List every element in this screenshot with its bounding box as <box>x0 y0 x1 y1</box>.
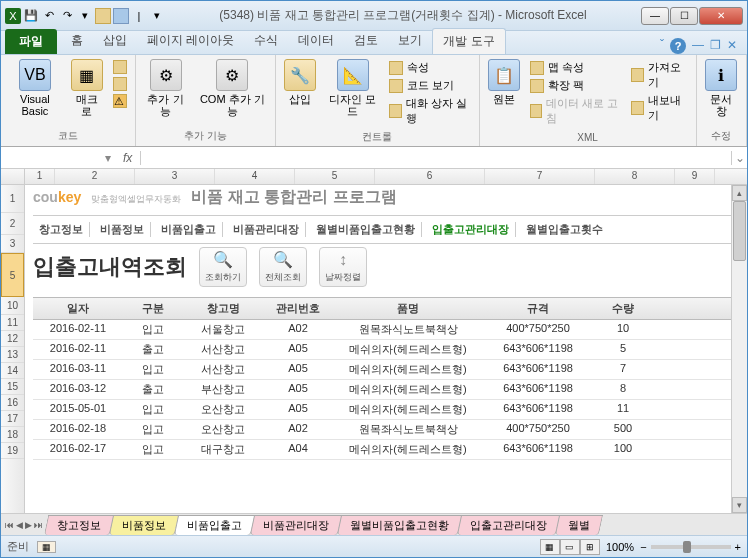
page-layout-view-button[interactable]: ▭ <box>560 539 580 555</box>
zoom-thumb[interactable] <box>683 541 691 553</box>
ribbon-tab[interactable]: 수식 <box>244 28 288 54</box>
column-header[interactable]: 8 <box>595 169 675 184</box>
map-properties-button[interactable]: 맵 속성 <box>528 59 624 76</box>
workbook-close-icon[interactable]: ✕ <box>727 38 737 54</box>
grid-column-header[interactable]: 규격 <box>483 298 593 319</box>
row-header[interactable]: 12 <box>1 331 24 347</box>
qat-custom1-icon[interactable] <box>95 8 111 24</box>
sheet-tab[interactable]: 월별비품입출고현황 <box>337 515 462 535</box>
name-box-dropdown-icon[interactable]: ▾ <box>101 151 115 165</box>
ribbon-tab[interactable]: 홈 <box>61 28 93 54</box>
sheet-tab[interactable]: 월별 <box>555 515 603 535</box>
xml-import-button[interactable]: 가져오기 <box>629 59 689 91</box>
row-header[interactable]: 3 <box>1 235 24 253</box>
row-header[interactable]: 15 <box>1 379 24 395</box>
scroll-thumb[interactable] <box>733 201 746 261</box>
ribbon-tab[interactable]: 개발 도구 <box>432 28 505 54</box>
column-header[interactable]: 3 <box>135 169 215 184</box>
xml-export-button[interactable]: 내보내기 <box>629 92 689 124</box>
table-row[interactable]: 2016-02-17입고대구창고A04메쉬의자(헤드레스트형)643*606*1… <box>33 440 739 460</box>
row-header[interactable]: 16 <box>1 395 24 411</box>
page-break-view-button[interactable]: ⊞ <box>580 539 600 555</box>
grid-column-header[interactable]: 창고명 <box>183 298 263 319</box>
column-header[interactable]: 2 <box>55 169 135 184</box>
nav-item[interactable]: 비품입출고 <box>155 222 223 237</box>
row-header[interactable]: 18 <box>1 427 24 443</box>
close-button[interactable]: ✕ <box>699 7 743 25</box>
macro-security-button[interactable]: ⚠ <box>111 93 129 109</box>
nav-item[interactable]: 월별입출고횟수 <box>520 222 609 237</box>
zoom-level[interactable]: 100% <box>606 541 634 553</box>
grid-column-header[interactable]: 일자 <box>33 298 123 319</box>
row-header[interactable]: 19 <box>1 443 24 459</box>
tab-last-icon[interactable]: ⏭ <box>34 520 43 530</box>
doc-panel-button[interactable]: ℹ 문서 창 <box>703 57 740 119</box>
vertical-scrollbar[interactable]: ▴ ▾ <box>731 185 747 513</box>
grid-column-header[interactable]: 품명 <box>333 298 483 319</box>
tab-prev-icon[interactable]: ◀ <box>16 520 23 530</box>
sheet-content[interactable]: coukey 맞춤형엑셀업무자동화 비품 재고 통합관리 프로그램 창고정보비품… <box>25 185 747 513</box>
fx-button[interactable]: fx <box>115 151 141 165</box>
zoom-out-icon[interactable]: − <box>640 541 646 553</box>
ribbon-tab[interactable]: 삽입 <box>93 28 137 54</box>
macro-indicator-icon[interactable]: ▦ <box>37 541 56 553</box>
row-header[interactable]: 13 <box>1 347 24 363</box>
table-row[interactable]: 2016-02-11입고서울창고A02원목좌식노트북책상400*750*2501… <box>33 320 739 340</box>
sheet-tab[interactable]: 비품관리대장 <box>250 515 342 535</box>
zoom-track[interactable] <box>651 545 731 549</box>
zoom-in-icon[interactable]: + <box>735 541 741 553</box>
scroll-up-icon[interactable]: ▴ <box>732 185 747 201</box>
addins-button[interactable]: ⚙ 추가 기능 <box>142 57 189 119</box>
ribbon-tab[interactable]: 데이터 <box>288 28 344 54</box>
help-icon[interactable]: ? <box>670 38 686 54</box>
sheet-tab[interactable]: 입출고관리대장 <box>457 515 560 535</box>
insert-control-button[interactable]: 🔧 삽입 <box>282 57 318 107</box>
save-icon[interactable]: 💾 <box>23 8 39 24</box>
row-header[interactable]: 17 <box>1 411 24 427</box>
ribbon-toggle-icon[interactable]: ˇ <box>660 38 664 54</box>
maximize-button[interactable]: ☐ <box>670 7 698 25</box>
minimize-button[interactable]: — <box>641 7 669 25</box>
expansion-pack-button[interactable]: 확장 팩 <box>528 77 624 94</box>
row-header[interactable]: 10 <box>1 297 24 315</box>
nav-item[interactable]: 입출고관리대장 <box>426 222 516 237</box>
xml-source-button[interactable]: 📋 원본 <box>486 57 522 107</box>
undo-icon[interactable]: ↶ <box>41 8 57 24</box>
zoom-slider[interactable]: − + <box>640 541 741 553</box>
qat-dropdown2-icon[interactable]: ▾ <box>149 8 165 24</box>
workbook-minimize-icon[interactable]: — <box>692 38 704 54</box>
table-row[interactable]: 2016-02-18입고오산창고A02원목좌식노트북책상400*750*2505… <box>33 420 739 440</box>
row-header[interactable]: 14 <box>1 363 24 379</box>
nav-item[interactable]: 비품관리대장 <box>227 222 306 237</box>
run-dialog-button[interactable]: 대화 상자 실행 <box>387 95 473 127</box>
com-addins-button[interactable]: ⚙ COM 추가 기능 <box>195 57 269 119</box>
sort-action-button[interactable]: ↕ 날짜정렬 <box>319 247 367 287</box>
refresh-data-button[interactable]: 데이터 새로 고침 <box>528 95 624 127</box>
ribbon-tab[interactable]: 페이지 레이아웃 <box>137 28 244 54</box>
table-row[interactable]: 2016-03-12출고부산창고A05메쉬의자(헤드레스트형)643*606*1… <box>33 380 739 400</box>
row-header[interactable]: 1 <box>1 185 24 213</box>
redo-icon[interactable]: ↷ <box>59 8 75 24</box>
properties-button[interactable]: 속성 <box>387 59 473 76</box>
record-macro-button[interactable] <box>111 59 129 75</box>
nav-item[interactable]: 월별비품입출고현황 <box>310 222 422 237</box>
sheet-tab[interactable]: 비품정보 <box>109 515 179 535</box>
column-header[interactable]: 1 <box>25 169 55 184</box>
relative-ref-button[interactable] <box>111 76 129 92</box>
table-row[interactable]: 2016-03-11입고서산창고A05메쉬의자(헤드레스트형)643*606*1… <box>33 360 739 380</box>
design-mode-button[interactable]: 📐 디자인 모드 <box>324 57 381 119</box>
normal-view-button[interactable]: ▦ <box>540 539 560 555</box>
qat-custom2-icon[interactable] <box>113 8 129 24</box>
tab-first-icon[interactable]: ⏮ <box>5 520 14 530</box>
column-header[interactable]: 9 <box>675 169 715 184</box>
file-tab[interactable]: 파일 <box>5 29 57 54</box>
nav-item[interactable]: 비품정보 <box>94 222 151 237</box>
visual-basic-button[interactable]: VB Visual Basic <box>7 57 63 119</box>
column-header[interactable]: 4 <box>215 169 295 184</box>
macro-button[interactable]: ▦ 매크로 <box>69 57 105 119</box>
table-row[interactable]: 2015-05-01입고오산창고A05메쉬의자(헤드레스트형)643*606*1… <box>33 400 739 420</box>
sheet-tab[interactable]: 창고정보 <box>44 515 114 535</box>
qat-dropdown-icon[interactable]: ▾ <box>77 8 93 24</box>
ribbon-tab[interactable]: 보기 <box>388 28 432 54</box>
column-header[interactable]: 5 <box>295 169 375 184</box>
